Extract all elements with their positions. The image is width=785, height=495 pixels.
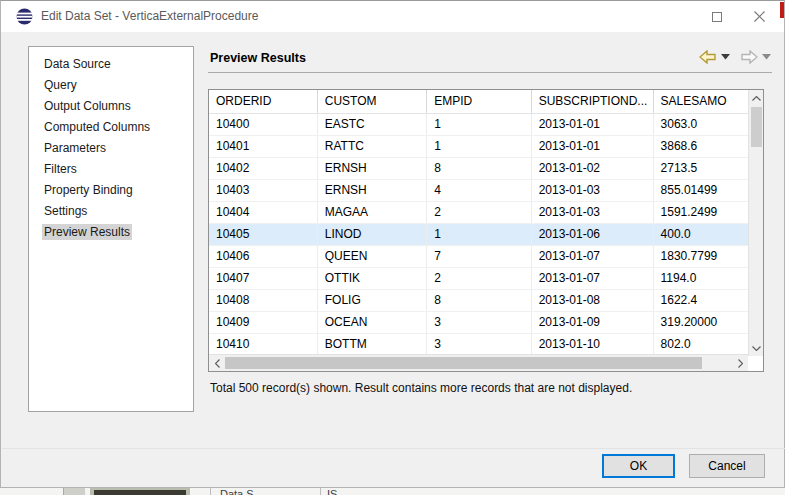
table-cell: 3063.0 [653,113,762,135]
table-row[interactable]: 10406QUEEN72013-01-071830.7799 [209,245,763,267]
table-cell: 2013-01-01 [531,135,653,157]
background-red-edge [780,2,784,18]
table-cell: OTTIK [317,267,426,289]
column-header-salesamo[interactable]: SALESAMO [653,90,762,113]
table-row[interactable]: 10400EASTC12013-01-013063.0 [209,113,763,135]
sidebar-item-label: Property Binding [42,182,135,198]
scroll-down-icon[interactable] [749,340,764,356]
table-row[interactable]: 10402ERNSH82013-01-022713.5 [209,157,763,179]
sidebar-item-parameters[interactable]: Parameters [29,138,193,159]
sidebar-item-preview-results[interactable]: Preview Results [29,222,193,243]
table-row[interactable]: 10407OTTIK22013-01-071194.0 [209,267,763,289]
cancel-button[interactable]: Cancel [689,454,765,478]
table-cell: 2 [427,201,531,223]
table-row[interactable]: 10408FOLIG82013-01-081622.4 [209,289,763,311]
sidebar-item-label: Filters [42,161,79,177]
close-button[interactable] [737,1,782,32]
table-row[interactable]: 10409OCEAN32013-01-09319.20000 [209,311,763,333]
eclipse-logo-icon [16,8,33,25]
horizontal-scroll-thumb[interactable] [225,357,702,369]
table-cell: 10409 [209,311,317,333]
sidebar-item-output-columns[interactable]: Output Columns [29,96,193,117]
table-cell: 10404 [209,201,317,223]
background-text-fragment: IS [327,489,337,495]
table-cell: 4 [427,179,531,201]
column-header-orderid[interactable]: ORDERID [209,90,317,113]
table-cell: 1830.7799 [653,245,762,267]
table-body: 10400EASTC12013-01-013063.010401RATTC120… [209,113,763,355]
table-cell: 855.01499 [653,179,762,201]
sidebar-item-query[interactable]: Query [29,75,193,96]
table-cell: 2013-01-02 [531,157,653,179]
table-cell: 1 [427,223,531,245]
record-count-status: Total 500 record(s) shown. Result contai… [210,381,632,395]
table-cell: 10405 [209,223,317,245]
sidebar-item-label: Query [42,77,79,93]
scroll-left-icon[interactable] [209,355,225,372]
vertical-scroll-thumb[interactable] [751,107,762,147]
table-cell: 3868.6 [653,135,762,157]
table-cell: 1 [427,113,531,135]
sidebar-item-settings[interactable]: Settings [29,201,193,222]
table-cell: ERNSH [317,179,426,201]
table-cell: 10403 [209,179,317,201]
titlebar[interactable]: Edit Data Set - VerticaExternalProcedure [1,1,784,32]
scroll-up-icon[interactable] [749,90,764,106]
table-cell: OCEAN [317,311,426,333]
sidebar-item-label: Output Columns [42,98,133,114]
back-dropdown-icon[interactable] [721,54,730,60]
table-cell: 400.0 [653,223,762,245]
table-cell: 1622.4 [653,289,762,311]
ok-button[interactable]: OK [602,454,675,478]
forward-dropdown-icon[interactable] [762,54,771,60]
sidebar-item-label: Settings [42,203,89,219]
column-header-custom[interactable]: CUSTOM [317,90,426,113]
table-row[interactable]: 10403ERNSH42013-01-03855.01499 [209,179,763,201]
table-cell: 10400 [209,113,317,135]
table-cell: 8 [427,289,531,311]
table-cell: 2013-01-10 [531,333,653,355]
table-cell: 10408 [209,289,317,311]
sidebar-item-filters[interactable]: Filters [29,159,193,180]
table-cell: 2713.5 [653,157,762,179]
table-cell: 2013-01-01 [531,113,653,135]
background-grid-line [320,488,321,495]
table-cell: 2013-01-06 [531,223,653,245]
maximize-button[interactable] [694,1,739,32]
sidebar-item-data-source[interactable]: Data Source [29,54,193,75]
table-cell: 10402 [209,157,317,179]
sidebar-item-label: Parameters [42,140,108,156]
preview-results-table[interactable]: ORDERIDCUSTOMEMPIDSUBSCRIPTIOND...SALESA… [208,89,764,372]
table-header-row[interactable]: ORDERIDCUSTOMEMPIDSUBSCRIPTIOND...SALESA… [209,90,763,113]
table-cell: BOTTM [317,333,426,355]
maximize-icon [712,12,722,22]
sidebar-item-computed-columns[interactable]: Computed Columns [29,117,193,138]
forward-arrow-icon[interactable] [740,50,758,64]
table-row[interactable]: 10410BOTTM32013-01-10802.0 [209,333,763,355]
table-row[interactable]: 10405LINOD12013-01-06400.0 [209,223,763,245]
column-header-empid[interactable]: EMPID [427,90,531,113]
sidebar-item-property-binding[interactable]: Property Binding [29,180,193,201]
scroll-right-icon[interactable] [732,355,748,372]
table-cell: 10401 [209,135,317,157]
background-selected-cell [90,488,190,495]
footer-separator [2,448,785,449]
horizontal-scrollbar[interactable] [209,354,748,371]
data-grid: ORDERIDCUSTOMEMPIDSUBSCRIPTIOND...SALESA… [209,90,763,356]
table-cell: 1194.0 [653,267,762,289]
table-row[interactable]: 10401RATTC12013-01-013868.6 [209,135,763,157]
page-title: Preview Results [210,51,306,65]
back-arrow-icon[interactable] [699,50,717,64]
column-header-subscriptiond[interactable]: SUBSCRIPTIOND... [531,90,653,113]
table-row[interactable]: 10404MAGAA22013-01-031591.2499 [209,201,763,223]
background-grid-line [210,488,211,495]
edit-data-set-dialog: Edit Data Set - VerticaExternalProcedure… [0,0,785,488]
close-icon [754,11,765,22]
sidebar-item-label: Computed Columns [42,119,152,135]
table-cell: 10406 [209,245,317,267]
sidebar-item-label: Preview Results [42,224,132,240]
vertical-scrollbar[interactable] [748,90,763,356]
window-title: Edit Data Set - VerticaExternalProcedure [41,1,258,32]
table-cell: MAGAA [317,201,426,223]
table-cell: ERNSH [317,157,426,179]
